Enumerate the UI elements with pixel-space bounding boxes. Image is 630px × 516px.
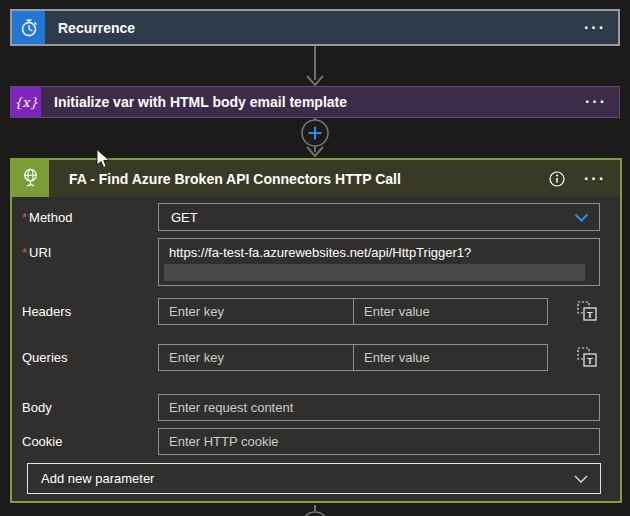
- headers-switch-to-text-view-icon[interactable]: T: [576, 300, 599, 323]
- cookie-label: Cookie: [22, 428, 62, 455]
- uri-input[interactable]: https://fa-test-fa.azurewebsites.net/api…: [158, 238, 600, 286]
- uri-secondary-line: [164, 264, 585, 281]
- queries-key-input[interactable]: [159, 345, 354, 370]
- add-new-parameter-dropdown[interactable]: Add new parameter: [27, 463, 601, 494]
- connector-arrow-3: [295, 505, 335, 516]
- recurrence-card[interactable]: Recurrence ···: [10, 9, 620, 46]
- workflow-canvas: Recurrence ··· {x} Initialize var with H…: [0, 0, 630, 516]
- headers-value-input[interactable]: [354, 299, 549, 324]
- headers-key-value-grid: [158, 298, 548, 325]
- required-marker: *: [22, 245, 27, 260]
- headers-label: Headers: [22, 298, 71, 325]
- recurrence-clock-icon: [12, 11, 45, 44]
- required-marker: *: [22, 210, 27, 225]
- recurrence-card-title: Recurrence: [58, 20, 135, 36]
- info-icon[interactable]: [548, 170, 566, 188]
- uri-value: https://fa-test-fa.azurewebsites.net/api…: [169, 245, 589, 260]
- method-dropdown[interactable]: GET: [158, 203, 600, 231]
- cookie-input-box: [158, 428, 600, 455]
- queries-value-input[interactable]: [354, 345, 549, 370]
- method-value: GET: [171, 210, 198, 225]
- http-card-title: FA - Find Azure Broken API Connectors HT…: [69, 171, 401, 187]
- headers-key-input[interactable]: [159, 299, 354, 324]
- variable-icon: {x}: [11, 87, 41, 117]
- chevron-down-icon: [574, 213, 589, 222]
- cookie-input[interactable]: [159, 429, 599, 454]
- uri-label: * URI: [22, 238, 51, 266]
- body-input[interactable]: [159, 395, 599, 420]
- http-card-header[interactable]: FA - Find Azure Broken API Connectors HT…: [12, 160, 620, 197]
- insert-step-button[interactable]: [302, 120, 328, 146]
- method-label: * Method: [22, 203, 72, 231]
- initialize-variable-more-menu-icon[interactable]: ···: [585, 97, 607, 107]
- http-more-menu-icon[interactable]: ···: [566, 174, 606, 184]
- http-globe-icon: [12, 160, 49, 197]
- connector-arrow-2: [295, 118, 335, 158]
- recurrence-more-menu-icon[interactable]: ···: [584, 23, 606, 33]
- chevron-down-icon: [574, 475, 588, 483]
- body-input-box: [158, 394, 600, 421]
- queries-label: Queries: [22, 344, 68, 371]
- svg-text:T: T: [587, 355, 593, 366]
- initialize-variable-card[interactable]: {x} Initialize var with HTML body email …: [10, 86, 620, 118]
- body-label: Body: [22, 394, 52, 421]
- svg-text:T: T: [587, 309, 593, 320]
- http-action-card: FA - Find Azure Broken API Connectors HT…: [10, 158, 622, 503]
- add-new-parameter-label: Add new parameter: [41, 471, 154, 486]
- connector-arrow-1: [295, 46, 335, 87]
- queries-switch-to-text-view-icon[interactable]: T: [576, 346, 599, 369]
- queries-key-value-grid: [158, 344, 548, 371]
- initialize-variable-card-title: Initialize var with HTML body email temp…: [54, 94, 347, 110]
